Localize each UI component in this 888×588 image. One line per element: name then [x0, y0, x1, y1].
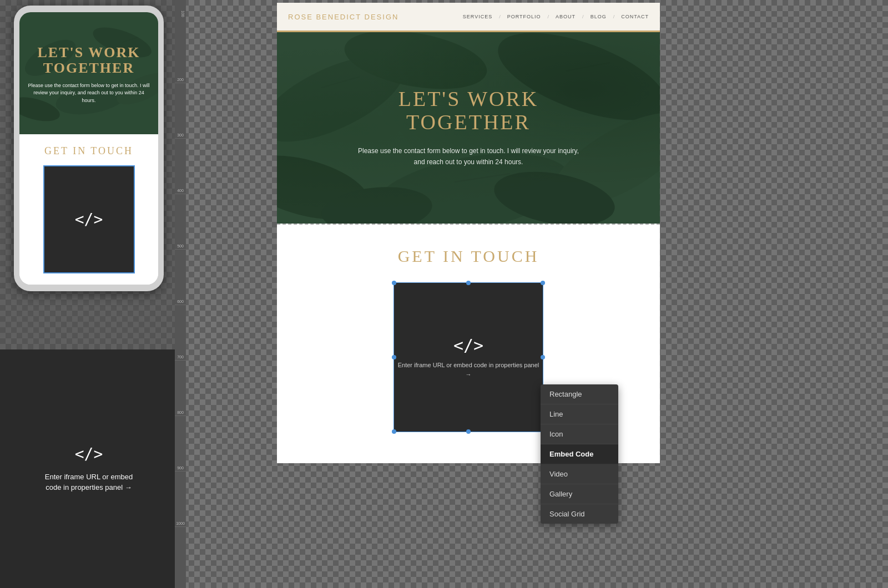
context-menu-line[interactable]: Line	[541, 404, 618, 424]
nav-div-4: /	[613, 14, 615, 19]
mobile-hero-text: Please use the contact form below to get…	[28, 82, 150, 105]
mobile-hero-section: LET'S WORK TOGETHER Please use the conta…	[19, 12, 158, 134]
handle-bottom-left[interactable]	[392, 429, 396, 434]
mobile-contact-section: GET IN TOUCH </>	[19, 134, 158, 285]
nav-about[interactable]: ABOUT	[556, 14, 576, 19]
handle-bottom-mid[interactable]	[466, 429, 471, 434]
hero-content: LET'S WORK TOGETHER Please use the conta…	[357, 88, 579, 168]
ruler-mark-200: 200	[175, 28, 186, 83]
hero-title: LET'S WORK TOGETHER	[357, 88, 579, 134]
handle-top-mid[interactable]	[466, 281, 471, 285]
contact-title: GET IN TOUCH	[288, 247, 649, 266]
ruler-mark-300: 300	[175, 83, 186, 139]
nav-div-3: /	[582, 14, 584, 19]
nav-services[interactable]: SERVICES	[463, 14, 492, 19]
embed-code-icon: </>	[453, 336, 483, 355]
handle-mid-left[interactable]	[392, 355, 396, 359]
mobile-device-frame: LET'S WORK TOGETHER Please use the conta…	[14, 6, 164, 291]
embed-hint: Enter iframe URL or embed code in proper…	[394, 361, 543, 379]
mobile-hero-title: LET'S WORK TOGETHER	[28, 45, 150, 77]
context-menu-social-grid[interactable]: Social Grid	[541, 504, 618, 524]
context-menu-video[interactable]: Video	[541, 464, 618, 484]
main-canvas: ROSE BENEDICT DESIGN SERVICES / PORTFOLI…	[186, 0, 888, 588]
mobile-device-inner: LET'S WORK TOGETHER Please use the conta…	[19, 12, 158, 285]
handle-mid-right[interactable]	[541, 355, 545, 359]
embed-element[interactable]: </> Enter iframe URL or embed code in pr…	[393, 282, 543, 432]
ruler-mark-400: 400	[175, 139, 186, 194]
nav-div-1: /	[499, 14, 501, 19]
ruler-mark-900: 900	[175, 416, 186, 472]
handle-top-right[interactable]	[541, 281, 545, 285]
ruler-mark-800: 800	[175, 361, 186, 416]
nav-blog[interactable]: BLOG	[591, 14, 607, 19]
mobile-hero-content: LET'S WORK TOGETHER Please use the conta…	[28, 45, 150, 105]
context-menu-icon[interactable]: Icon	[541, 424, 618, 444]
nav-div-2: /	[548, 14, 549, 19]
nav-links: SERVICES / PORTFOLIO / ABOUT / BLOG / CO…	[463, 14, 649, 19]
context-menu-gallery[interactable]: Gallery	[541, 484, 618, 504]
mobile-embed-icon: </>	[75, 210, 103, 229]
mobile-embed-placeholder[interactable]: </>	[43, 165, 135, 273]
context-menu-rectangle[interactable]: Rectangle	[541, 384, 618, 404]
context-menu: Rectangle Line Icon Embed Code Video Gal…	[541, 384, 618, 524]
bottom-code-panel: </> Enter iframe URL or embed code in pr…	[0, 349, 178, 588]
context-menu-embed-code[interactable]: Embed Code	[541, 444, 618, 464]
mobile-panel: LET'S WORK TOGETHER Please use the conta…	[0, 0, 178, 588]
hero-section: LET'S WORK TOGETHER Please use the conta…	[277, 32, 660, 224]
ruler-mark-500: 500	[175, 194, 186, 250]
ruler-mark-1000: 1000	[175, 472, 186, 527]
ruler-mark-600: 600	[175, 250, 186, 305]
handle-top-left[interactable]	[392, 281, 396, 285]
bottom-code-hint: Enter iframe URL or embed code in proper…	[45, 472, 133, 493]
hero-subtitle: Please use the contact form below to get…	[357, 145, 579, 168]
nav-logo: ROSE BENEDICT DESIGN	[288, 13, 398, 21]
nav-portfolio[interactable]: PORTFOLIO	[507, 14, 541, 19]
nav-bar: ROSE BENEDICT DESIGN SERVICES / PORTFOLI…	[277, 3, 660, 31]
nav-contact[interactable]: CONTACT	[621, 14, 649, 19]
mobile-contact-title: GET IN TOUCH	[28, 145, 150, 157]
ruler-mark: 100	[175, 0, 186, 28]
bottom-code-icon: </>	[75, 445, 103, 463]
ruler-mark-700: 700	[175, 305, 186, 361]
ruler: 100 200 300 400 500 600 700 800 900 1000	[175, 0, 186, 588]
